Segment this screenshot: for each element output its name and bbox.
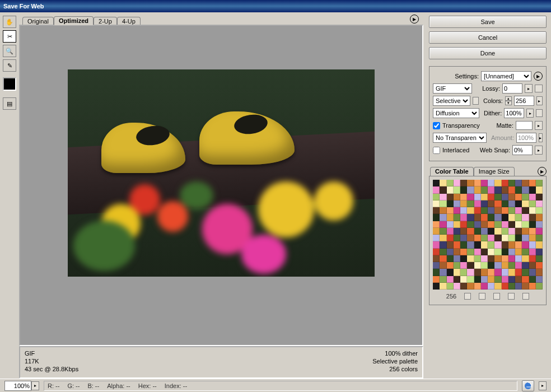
colortable-tab[interactable]: Color Table: [430, 167, 474, 176]
hand-tool[interactable]: ✋: [3, 16, 16, 28]
lossy-slider-button[interactable]: [525, 84, 533, 93]
transparency-label: Transparency: [442, 122, 480, 129]
transparency-checkbox[interactable]: [433, 122, 440, 129]
amount-label: Amount:: [491, 134, 514, 141]
matte-label: Matte:: [496, 122, 513, 129]
colortable-menu-button[interactable]: [538, 167, 547, 176]
new-color-icon[interactable]: [508, 293, 515, 300]
tab-2up[interactable]: 2-Up: [94, 17, 117, 25]
snap-to-web-icon[interactable]: [464, 293, 471, 300]
zoom-input[interactable]: [4, 381, 31, 391]
tab-original[interactable]: Original: [22, 17, 54, 25]
amount-input: [516, 133, 536, 143]
eyedropper-tool[interactable]: ✎: [3, 59, 16, 72]
dither-input[interactable]: [504, 108, 524, 118]
title-bar: Save For Web: [0, 0, 551, 12]
preview-info-bar: GIF 117K 43 sec @ 28.8Kbps 100% dither S…: [19, 346, 423, 379]
preview-tabs: Original Optimized 2-Up 4-Up: [19, 15, 423, 25]
browser-preview-button[interactable]: [522, 380, 534, 391]
lock-color-icon[interactable]: [479, 293, 485, 300]
info-colors: 256 colors: [372, 365, 418, 373]
colors-menu-button[interactable]: [536, 96, 543, 105]
imagesize-tab[interactable]: Image Size: [474, 167, 515, 176]
colors-label: Colors:: [483, 97, 503, 104]
amount-slider-button: [539, 133, 543, 142]
tab-optimized[interactable]: Optimized: [54, 16, 94, 25]
websnap-label: Web Snap:: [480, 147, 510, 153]
settings-panel: Settings: [Unnamed] GIF Lossy: Selective…: [429, 66, 547, 161]
interlaced-label: Interlaced: [442, 147, 469, 153]
dither-label: Dither:: [484, 110, 502, 116]
foreground-color-well[interactable]: [3, 77, 16, 91]
lossy-input[interactable]: [502, 83, 522, 94]
matte-menu-button[interactable]: [535, 121, 543, 130]
settings-label: Settings:: [455, 73, 479, 80]
matte-swatch[interactable]: [516, 121, 533, 130]
slice-visibility-toggle[interactable]: ▤: [3, 97, 16, 110]
settings-menu-button[interactable]: [534, 72, 543, 81]
format-select[interactable]: GIF: [433, 83, 472, 94]
browser-menu-button[interactable]: [539, 381, 547, 390]
cancel-button[interactable]: Cancel: [429, 31, 547, 44]
preview-menu-button[interactable]: [410, 15, 419, 24]
color-table-grid[interactable]: [433, 180, 543, 290]
interlaced-checkbox[interactable]: [433, 147, 440, 154]
settings-preset-select[interactable]: [Unnamed]: [481, 71, 531, 81]
lossy-label: Lossy:: [482, 85, 500, 92]
dither-method-select[interactable]: Diffusion: [433, 108, 479, 118]
delete-color-icon[interactable]: [522, 293, 529, 300]
preview-area[interactable]: [19, 25, 423, 346]
window-title: Save For Web: [3, 3, 44, 10]
info-dither: 100% dither: [372, 349, 418, 357]
done-button[interactable]: Done: [429, 47, 547, 59]
slice-select-tool[interactable]: ✂: [3, 30, 16, 43]
reduction-select[interactable]: Selective: [433, 96, 470, 106]
websnap-input[interactable]: [512, 145, 533, 155]
colortable-count: 256: [446, 293, 456, 300]
colors-input[interactable]: [514, 96, 534, 106]
map-transparent-icon[interactable]: [493, 293, 500, 300]
info-size: 117K: [25, 357, 78, 365]
save-button[interactable]: Save: [429, 16, 547, 28]
zoom-tool[interactable]: 🔍: [3, 45, 16, 57]
info-palette: Selective palette: [372, 357, 418, 365]
preview-image: [68, 69, 375, 277]
colors-spinner[interactable]: ▴▾: [505, 96, 512, 105]
tab-4up[interactable]: 4-Up: [117, 17, 141, 25]
footer-bar: R: -- G: -- B: -- Alpha: -- Hex: -- Inde…: [0, 379, 551, 392]
color-table-section: Color Table Image Size 256: [429, 165, 547, 305]
zoom-menu-button[interactable]: [31, 381, 39, 390]
lossy-link-icon[interactable]: [535, 85, 543, 92]
websnap-slider-button[interactable]: [535, 146, 543, 155]
trans-dither-select[interactable]: No Transparen…: [433, 133, 487, 143]
info-format: GIF: [25, 349, 78, 357]
dither-link-icon[interactable]: [536, 109, 543, 117]
tool-strip: ✋ ✂ 🔍 ✎ ▤: [0, 12, 19, 379]
color-readout: R: -- G: -- B: -- Alpha: -- Hex: -- Inde…: [44, 381, 517, 391]
reduction-link-icon[interactable]: [473, 97, 479, 105]
info-time: 43 sec @ 28.8Kbps: [25, 365, 78, 373]
dither-slider-button[interactable]: [526, 109, 533, 118]
